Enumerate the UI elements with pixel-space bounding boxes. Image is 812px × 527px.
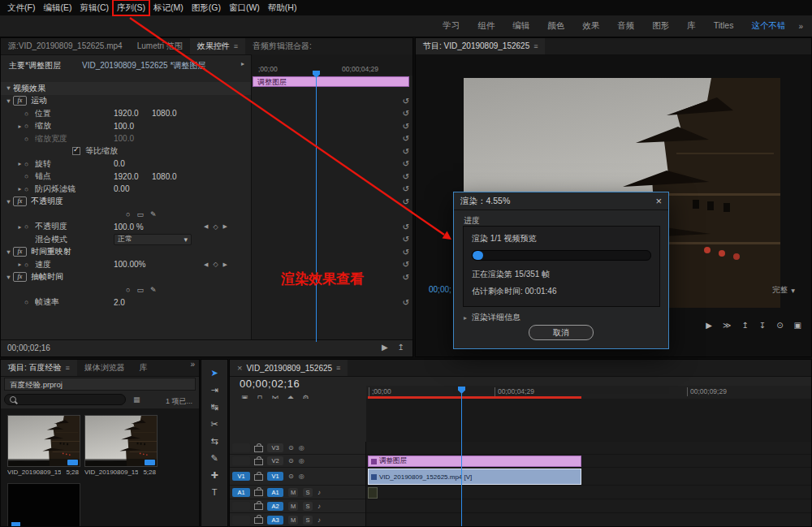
program-timecode[interactable]: 00;00; [429, 285, 451, 294]
sequence-tab[interactable]: VID_20190809_152625 [230, 360, 348, 376]
transport-icon[interactable] [776, 321, 783, 330]
stopwatch-icon[interactable] [24, 122, 35, 130]
reset-icon[interactable] [403, 273, 409, 282]
transport-icon[interactable] [794, 321, 801, 330]
voiceover-icon[interactable] [317, 489, 321, 496]
source-patch[interactable] [232, 443, 250, 452]
workspace-tab[interactable]: 组件 [469, 20, 503, 32]
tool-button[interactable] [210, 385, 218, 395]
mask-rect-icon[interactable] [136, 210, 144, 218]
add-keyframe-icon[interactable] [213, 223, 218, 231]
twirl-icon[interactable] [4, 248, 13, 256]
workspace-tab[interactable]: 编辑 [503, 20, 538, 32]
workspace-tab[interactable]: 学习 [434, 20, 469, 32]
effect-row[interactable]: 不透明度 100.0 % [1, 221, 414, 234]
workspace-tab[interactable]: 这个不错 [742, 20, 794, 32]
media-thumbnail[interactable] [84, 415, 158, 467]
track-lane[interactable] [366, 499, 811, 513]
property-value[interactable]: 0.00 [114, 184, 152, 193]
track-lock-icon[interactable] [254, 503, 263, 510]
prev-keyframe-icon[interactable] [204, 261, 208, 268]
track-target-button[interactable]: V1 [267, 472, 283, 481]
reset-icon[interactable] [403, 122, 409, 131]
track-lock-icon[interactable] [254, 490, 263, 496]
panel-menu-icon[interactable] [533, 42, 538, 50]
effect-row[interactable] [1, 208, 414, 221]
twirl-icon[interactable] [15, 123, 24, 130]
reset-icon[interactable] [403, 172, 409, 181]
effect-row[interactable]: 不透明度 [1, 196, 414, 209]
track-lock-icon[interactable] [254, 474, 263, 481]
reset-icon[interactable] [403, 159, 409, 168]
panel-menu-icon[interactable] [234, 42, 238, 50]
timeline-empty-area[interactable] [366, 399, 811, 442]
property-value[interactable]: 100.0 % [114, 222, 152, 231]
source-patch[interactable]: A1 [232, 488, 250, 497]
footer-icon[interactable] [382, 343, 388, 352]
effect-row[interactable]: 锚点 1920.0 1080.0 [1, 171, 414, 184]
twirl-icon[interactable] [4, 97, 13, 105]
media-thumbnail-black[interactable] [7, 483, 80, 526]
menu-item[interactable]: 文件(F) [3, 0, 39, 15]
property-value[interactable]: 2.0 [114, 298, 152, 307]
track-lane[interactable] [366, 486, 811, 499]
panel-tab[interactable]: 音频剪辑混合器: [245, 38, 319, 54]
solo-button[interactable]: S [303, 488, 313, 497]
stopwatch-icon[interactable] [24, 160, 35, 168]
track-lane[interactable] [366, 513, 811, 527]
audio-track-header[interactable]: A2 M S [230, 499, 365, 513]
effect-row[interactable]: 抽帧时间 [1, 271, 414, 284]
video-track-header[interactable]: V3 [230, 442, 365, 455]
panel-menu-icon[interactable] [336, 364, 340, 372]
effect-controls-mini-ruler[interactable]: ;00;00 00;00;04;29 [251, 54, 412, 76]
effect-row[interactable]: 混合模式 正常 [1, 233, 414, 246]
panel-tab[interactable]: 媒体浏览器 [77, 360, 132, 376]
mute-button[interactable]: M [288, 516, 298, 525]
stopwatch-icon[interactable] [24, 172, 35, 180]
voiceover-icon[interactable] [317, 516, 321, 524]
panel-overflow-icon[interactable]: » [186, 360, 199, 376]
mask-ellipse-icon[interactable] [126, 286, 130, 294]
tool-button[interactable] [210, 436, 218, 446]
menu-item[interactable]: 窗口(W) [225, 0, 264, 15]
property-value[interactable]: 1920.0 [114, 172, 152, 181]
reset-icon[interactable] [403, 97, 409, 106]
twirl-icon[interactable] [4, 84, 13, 92]
reset-icon[interactable] [403, 147, 409, 156]
close-icon[interactable] [237, 363, 242, 373]
source-patch[interactable] [232, 456, 250, 465]
reset-icon[interactable] [403, 222, 409, 231]
workspace-tab[interactable]: 库 [678, 20, 705, 32]
video-track-header[interactable]: V1 V1 [230, 468, 365, 486]
reset-icon[interactable] [403, 197, 409, 206]
cancel-button[interactable]: 取消 [529, 325, 594, 340]
tool-button[interactable] [210, 470, 218, 480]
effect-row[interactable] [1, 283, 414, 296]
media-item-label[interactable]: VID_20190809_1526... 5;28 [7, 469, 79, 476]
next-keyframe-icon[interactable] [223, 261, 227, 268]
effect-row[interactable]: 等比缩放 [1, 145, 414, 158]
next-keyframe-icon[interactable] [223, 223, 227, 230]
track-target-button[interactable]: A1 [267, 488, 283, 497]
track-lock-icon[interactable] [254, 459, 263, 465]
property-value[interactable]: 100.0 [114, 134, 152, 143]
mute-button[interactable]: M [288, 488, 298, 497]
close-icon[interactable]: × [655, 196, 662, 206]
reset-icon[interactable] [403, 109, 409, 118]
stopwatch-icon[interactable] [24, 135, 35, 143]
twirl-icon[interactable] [15, 185, 24, 192]
reset-icon[interactable] [403, 298, 409, 307]
tool-button[interactable] [210, 368, 218, 378]
effect-row[interactable]: 帧速率 2.0 [1, 296, 414, 309]
mask-rect-icon[interactable] [136, 286, 144, 294]
reset-icon[interactable] [403, 235, 409, 244]
workspace-tab[interactable]: 音频 [608, 20, 643, 32]
sync-lock-icon[interactable] [288, 444, 294, 451]
reset-icon[interactable] [403, 134, 409, 143]
reset-icon[interactable] [403, 184, 409, 193]
mask-pen-icon[interactable] [150, 210, 157, 218]
panel-tab[interactable]: 源:VID_20190809_152625.mp4 [1, 38, 130, 54]
stopwatch-icon[interactable] [24, 298, 35, 306]
twirl-icon[interactable] [15, 223, 24, 231]
source-patch[interactable]: V1 [232, 472, 250, 481]
